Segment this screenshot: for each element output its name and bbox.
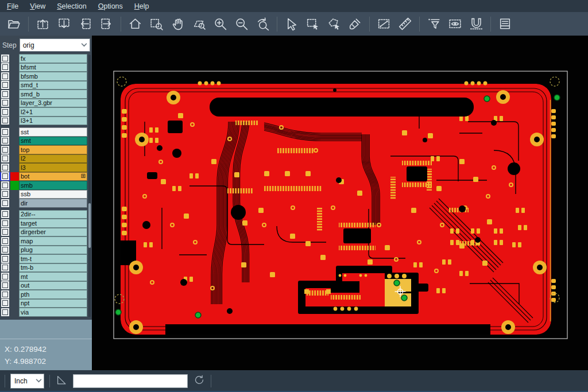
- layer-label[interactable]: ssb: [19, 190, 87, 199]
- box-arrow-down-icon: [57, 17, 71, 31]
- zoom-in-button[interactable]: [210, 14, 231, 34]
- layer-checkbox[interactable]: [0, 246, 10, 255]
- menu-selection[interactable]: Selection: [51, 0, 92, 12]
- layer-checkbox[interactable]: [0, 263, 10, 273]
- measure-line-button[interactable]: [373, 14, 394, 34]
- refresh-button[interactable]: [193, 374, 206, 389]
- layer-label[interactable]: smb: [19, 181, 87, 190]
- layer-label[interactable]: pth: [19, 290, 87, 299]
- highlight-eye-button[interactable]: [444, 14, 466, 34]
- layer-checkbox[interactable]: [0, 308, 10, 317]
- select-rect-button[interactable]: [302, 14, 323, 34]
- open-folder-button[interactable]: [3, 14, 25, 34]
- layer-label[interactable]: tm-b: [19, 263, 87, 273]
- scrollbar-thumb[interactable]: [88, 203, 91, 248]
- toolbar: [0, 12, 588, 36]
- layer-checkbox[interactable]: [0, 199, 10, 208]
- snap-magnet-button[interactable]: [466, 14, 487, 34]
- layer-label[interactable]: l2+1: [19, 107, 87, 117]
- layer-checkbox[interactable]: [0, 90, 10, 99]
- zoom-window-button[interactable]: [146, 14, 167, 34]
- layer-checkbox[interactable]: [0, 290, 10, 299]
- layer-checkbox[interactable]: [0, 163, 10, 172]
- layer-label[interactable]: bfsmt: [19, 63, 87, 72]
- layer-checkbox[interactable]: [0, 63, 10, 72]
- layers-panel-icon: [498, 17, 512, 31]
- layer-label[interactable]: bot⊞: [19, 172, 87, 181]
- layer-checkbox[interactable]: [0, 236, 10, 246]
- layer-checkbox[interactable]: [0, 72, 10, 81]
- origin-corner-button[interactable]: [55, 374, 68, 389]
- measure-line-icon: [377, 17, 391, 31]
- layer-label[interactable]: smt: [19, 137, 87, 146]
- menu-view[interactable]: View: [24, 0, 51, 12]
- layer-checkbox[interactable]: [0, 281, 10, 290]
- layer-scrollbar[interactable]: [88, 55, 91, 317]
- layer-label[interactable]: smd_t: [19, 81, 87, 90]
- layer-checkbox[interactable]: [0, 181, 10, 190]
- zoom-polygon-button[interactable]: [188, 14, 210, 34]
- layer-label[interactable]: map: [19, 236, 87, 246]
- layer-label[interactable]: smd_b: [19, 90, 87, 99]
- layer-checkbox[interactable]: [0, 107, 10, 117]
- layer-row-dir: dir: [0, 199, 92, 208]
- select-polygon-icon: [327, 17, 341, 31]
- zoom-previous-button[interactable]: [252, 14, 273, 34]
- layer-label[interactable]: dirgerber: [19, 228, 87, 237]
- layer-label[interactable]: top: [19, 145, 87, 154]
- layer-checkbox[interactable]: [0, 272, 10, 281]
- layer-checkbox[interactable]: [0, 127, 10, 137]
- layer-checkbox[interactable]: [0, 172, 10, 181]
- layer-checkbox[interactable]: [0, 210, 10, 219]
- layer-label[interactable]: sst: [19, 127, 87, 137]
- menu-options[interactable]: Options: [92, 0, 129, 12]
- layer-checkbox[interactable]: [0, 54, 10, 63]
- box-arrow-up-button[interactable]: [32, 14, 53, 34]
- zoom-out-button[interactable]: [231, 14, 252, 34]
- layer-checkbox[interactable]: [0, 190, 10, 199]
- layer-label[interactable]: npt: [19, 299, 87, 308]
- step-select[interactable]: orig: [20, 38, 90, 52]
- layer-label[interactable]: bfsmb: [19, 72, 87, 81]
- box-arrow-down-button[interactable]: [53, 14, 75, 34]
- layer-label[interactable]: target: [19, 219, 87, 228]
- layer-checkbox[interactable]: [0, 228, 10, 237]
- filter-button[interactable]: [423, 14, 444, 34]
- menu-help[interactable]: Help: [129, 0, 155, 12]
- layer-checkbox[interactable]: [0, 154, 10, 164]
- layer-label[interactable]: mt: [19, 272, 87, 281]
- layer-label[interactable]: out: [19, 281, 87, 290]
- layer-checkbox[interactable]: [0, 145, 10, 154]
- layer-label[interactable]: l3: [19, 163, 87, 172]
- layer-checkbox[interactable]: [0, 99, 10, 108]
- pan-hand-button[interactable]: [167, 14, 188, 34]
- layer-checkbox[interactable]: [0, 254, 10, 263]
- ruler-button[interactable]: [394, 14, 416, 34]
- layer-checkbox[interactable]: [0, 81, 10, 90]
- layer-label[interactable]: layer_3.gbr: [19, 99, 87, 108]
- select-polygon-button[interactable]: [323, 14, 345, 34]
- layers-panel-button[interactable]: [494, 14, 516, 34]
- layer-label[interactable]: via: [19, 308, 87, 317]
- select-cursor-button[interactable]: [281, 14, 302, 34]
- layer-checkbox[interactable]: [0, 117, 10, 126]
- layer-label[interactable]: l3+1: [19, 117, 87, 126]
- layer-label[interactable]: dir: [19, 199, 87, 208]
- unit-select[interactable]: Inch: [10, 374, 44, 389]
- box-arrow-right-button[interactable]: [96, 14, 117, 34]
- home-button[interactable]: [125, 14, 146, 34]
- layer-label[interactable]: 2dir--: [19, 210, 87, 219]
- command-input[interactable]: [73, 374, 188, 388]
- checkbox-box: [2, 165, 8, 170]
- layer-checkbox[interactable]: [0, 299, 10, 308]
- box-arrow-left-button[interactable]: [75, 14, 96, 34]
- pcb-canvas[interactable]: [92, 36, 588, 370]
- layer-label[interactable]: tm-t: [19, 254, 87, 263]
- menu-file[interactable]: File: [1, 0, 24, 12]
- layer-label[interactable]: l2: [19, 154, 87, 164]
- layer-checkbox[interactable]: [0, 137, 10, 146]
- layer-checkbox[interactable]: [0, 219, 10, 228]
- clean-brush-button[interactable]: [345, 14, 366, 34]
- layer-label[interactable]: fx: [19, 54, 87, 63]
- layer-label[interactable]: plug: [19, 246, 87, 255]
